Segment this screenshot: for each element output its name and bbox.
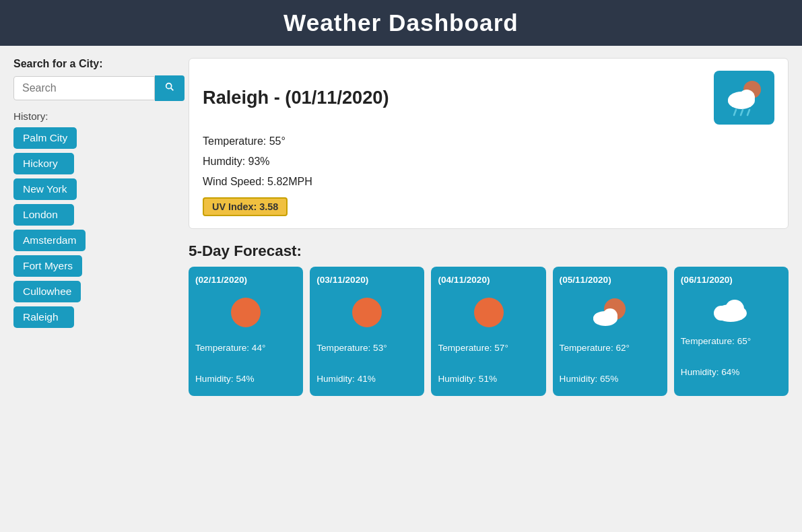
partly-cloudy-icon bbox=[588, 294, 632, 331]
forecast-day-card: (03/11/2020) Temperature: 53°Humidity: 4… bbox=[310, 267, 424, 396]
forecast-date: (06/11/2020) bbox=[681, 275, 733, 285]
weather-details: Temperature: 55° Humdity: 93% Wind Speed… bbox=[203, 135, 774, 216]
forecast-date: (03/11/2020) bbox=[316, 275, 368, 285]
sun-icon bbox=[349, 294, 385, 331]
search-icon bbox=[164, 81, 175, 92]
page-title: Weather Dashboard bbox=[283, 9, 519, 36]
forecast-day-card: (05/11/2020) Temperature: 62°Humidity: 6… bbox=[553, 267, 667, 396]
svg-point-0 bbox=[166, 84, 172, 89]
city-title: Raleigh - (01/11/2020) bbox=[203, 87, 389, 108]
history-item-button[interactable]: London bbox=[13, 204, 74, 226]
forecast-stats: Temperature: 44°Humidity: 54% bbox=[195, 340, 265, 387]
forecast-title: 5-Day Forecast: bbox=[189, 242, 789, 260]
forecast-date: (02/11/2020) bbox=[195, 275, 247, 285]
temperature-text: Temperature: 55° bbox=[203, 135, 774, 147]
svg-line-8 bbox=[747, 110, 749, 115]
history-label: History: bbox=[13, 110, 175, 122]
rain-cloud-icon bbox=[723, 77, 766, 118]
forecast-stats: Temperature: 62°Humidity: 65% bbox=[560, 340, 630, 387]
history-item-button[interactable]: Hickory bbox=[13, 153, 74, 174]
forecast-section: 5-Day Forecast: (02/11/2020) Temperature… bbox=[189, 242, 789, 396]
svg-point-10 bbox=[352, 298, 382, 327]
sidebar: Search for a City: History: Palm CityHic… bbox=[13, 58, 189, 328]
forecast-icon-area bbox=[681, 294, 782, 324]
sun-icon bbox=[471, 294, 507, 331]
forecast-cards: (02/11/2020) Temperature: 44°Humidity: 5… bbox=[189, 267, 789, 396]
forecast-stats: Temperature: 65°Humidity: 64% bbox=[681, 333, 751, 380]
history-item-button[interactable]: Fort Myers bbox=[13, 255, 82, 277]
history-list: Palm CityHickoryNew YorkLondonAmsterdamF… bbox=[13, 127, 175, 328]
forecast-stats: Temperature: 57°Humidity: 51% bbox=[438, 340, 508, 387]
forecast-icon-area bbox=[195, 294, 296, 331]
cloud-icon bbox=[709, 294, 753, 324]
history-item-button[interactable]: Cullowhee bbox=[13, 281, 81, 302]
svg-line-1 bbox=[171, 88, 174, 91]
forecast-date: (05/11/2020) bbox=[560, 275, 611, 285]
svg-point-11 bbox=[474, 298, 504, 327]
search-label: Search for a City: bbox=[13, 58, 175, 70]
forecast-stats: Temperature: 53°Humidity: 41% bbox=[316, 340, 387, 387]
svg-line-6 bbox=[734, 110, 736, 115]
history-item-button[interactable]: Palm City bbox=[13, 127, 77, 149]
current-top: Raleigh - (01/11/2020) bbox=[203, 71, 774, 125]
svg-line-7 bbox=[741, 110, 743, 115]
content-panel: Raleigh - (01/11/2020) bbox=[189, 58, 789, 396]
forecast-icon-area bbox=[316, 294, 417, 331]
wind-speed-text: Wind Speed: 5.82MPH bbox=[203, 176, 774, 188]
page-header: Weather Dashboard bbox=[0, 0, 802, 46]
svg-point-5 bbox=[739, 90, 755, 106]
svg-point-18 bbox=[725, 300, 744, 319]
history-item-button[interactable]: New York bbox=[13, 178, 77, 200]
current-weather-icon-box bbox=[714, 71, 774, 125]
current-weather-card: Raleigh - (01/11/2020) bbox=[189, 58, 789, 229]
history-item-button[interactable]: Amsterdam bbox=[13, 230, 86, 251]
forecast-icon-area bbox=[560, 294, 661, 331]
search-row bbox=[13, 75, 175, 101]
forecast-day-card: (06/11/2020) Temperature: 65°Humidity: 6… bbox=[674, 267, 789, 396]
forecast-icon-area bbox=[438, 294, 539, 331]
forecast-day-card: (02/11/2020) Temperature: 44°Humidity: 5… bbox=[189, 267, 303, 396]
search-button[interactable] bbox=[155, 75, 185, 101]
humidity-text: Humdity: 93% bbox=[203, 156, 774, 168]
svg-point-9 bbox=[231, 298, 261, 327]
svg-point-15 bbox=[603, 308, 617, 323]
history-item-button[interactable]: Raleigh bbox=[13, 306, 74, 328]
forecast-date: (04/11/2020) bbox=[438, 275, 490, 285]
sun-icon bbox=[228, 294, 264, 331]
uv-badge: UV Index: 3.58 bbox=[203, 197, 288, 216]
search-input[interactable] bbox=[13, 76, 155, 100]
forecast-day-card: (04/11/2020) Temperature: 57°Humidity: 5… bbox=[431, 267, 545, 396]
main-layout: Search for a City: History: Palm CityHic… bbox=[0, 46, 802, 408]
